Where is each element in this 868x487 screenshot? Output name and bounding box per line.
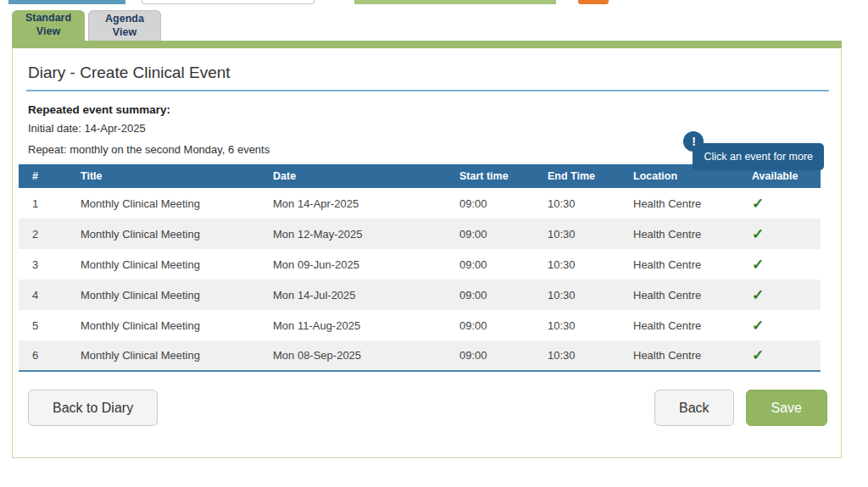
cell-available: ✓ (738, 279, 821, 310)
event-row-3[interactable]: 3 Monthly Clinical Meeting Mon 09-Jun-20… (19, 249, 821, 279)
cell-title: Monthly Clinical Meeting (67, 249, 259, 279)
cell-num: 2 (19, 219, 67, 249)
cell-start-time: 09:00 (446, 249, 534, 279)
cell-available: ✓ (738, 340, 821, 371)
cell-date: Mon 08-Sep-2025 (259, 340, 446, 371)
header-start-time: Start time (446, 164, 534, 188)
event-row-5[interactable]: 5 Monthly Clinical Meeting Mon 11-Aug-20… (19, 310, 821, 340)
tab-standard-view-label: Standard View (21, 12, 75, 38)
cell-title: Monthly Clinical Meeting (67, 188, 259, 219)
cell-location: Health Centre (620, 188, 738, 219)
cell-title: Monthly Clinical Meeting (67, 279, 259, 310)
page-title: Diary - Create Clinical Event (26, 64, 829, 91)
header-date: Date (259, 164, 446, 188)
event-row-4[interactable]: 4 Monthly Clinical Meeting Mon 14-Jul-20… (19, 279, 821, 310)
main-panel: Diary - Create Clinical Event Repeated e… (12, 48, 842, 458)
cell-location: Health Centre (620, 219, 738, 249)
cell-end-time: 10:30 (534, 249, 620, 279)
event-row-2[interactable]: 2 Monthly Clinical Meeting Mon 12-May-20… (19, 219, 821, 249)
cell-title: Monthly Clinical Meeting (67, 340, 259, 371)
event-hint-callout: ! Click an event for more (693, 143, 824, 170)
cell-date: Mon 14-Apr-2025 (259, 188, 446, 219)
cell-available: ✓ (738, 188, 821, 219)
cell-end-time: 10:30 (534, 310, 620, 340)
cell-location: Health Centre (620, 249, 738, 279)
footer-button-bar: Back to Diary Back Save (26, 390, 829, 426)
cell-start-time: 09:00 (446, 219, 534, 249)
cell-location: Health Centre (620, 279, 738, 310)
header-end-time: End Time (534, 164, 620, 188)
top-cropped-orange-button[interactable] (578, 0, 609, 4)
cell-end-time: 10:30 (534, 188, 620, 219)
tab-agenda-view[interactable]: Agenda View (88, 10, 161, 41)
back-button[interactable]: Back (654, 390, 734, 426)
check-icon: ✓ (752, 226, 764, 242)
cell-end-time: 10:30 (534, 219, 620, 249)
cell-date: Mon 14-Jul-2025 (259, 279, 446, 310)
top-cropped-input-field[interactable] (142, 0, 314, 4)
cell-num: 5 (19, 310, 67, 340)
cell-end-time: 10:30 (534, 340, 620, 371)
event-row-1[interactable]: 1 Monthly Clinical Meeting Mon 14-Apr-20… (19, 188, 821, 219)
check-icon: ✓ (752, 318, 764, 334)
cell-available: ✓ (738, 219, 821, 249)
top-cropped-green-button[interactable] (354, 0, 556, 4)
summary-heading: Repeated event summary: (28, 103, 829, 116)
cell-available: ✓ (738, 249, 821, 279)
view-tabs: Standard View Agenda View (12, 10, 161, 41)
cell-date: Mon 12-May-2025 (259, 219, 446, 249)
cell-start-time: 09:00 (446, 188, 534, 219)
cell-start-time: 09:00 (446, 310, 534, 340)
cell-available: ✓ (738, 310, 821, 340)
check-icon: ✓ (752, 196, 764, 212)
cell-date: Mon 11-Aug-2025 (259, 310, 446, 340)
summary-initial-date: Initial date: 14-Apr-2025 (28, 122, 829, 135)
cell-location: Health Centre (620, 340, 738, 371)
cell-title: Monthly Clinical Meeting (67, 219, 259, 249)
cell-title: Monthly Clinical Meeting (67, 310, 259, 340)
cell-num: 1 (19, 188, 67, 219)
check-icon: ✓ (752, 287, 764, 303)
tab-bar-divider (12, 41, 842, 48)
header-title: Title (67, 164, 259, 188)
cell-start-time: 09:00 (446, 279, 534, 310)
cell-end-time: 10:30 (534, 279, 620, 310)
cell-num: 4 (19, 279, 67, 310)
header-number: # (19, 164, 67, 188)
diary-create-event-page: Standard View Agenda View Diary - Create… (0, 0, 868, 487)
tab-standard-view[interactable]: Standard View (12, 10, 85, 41)
cell-num: 3 (19, 249, 67, 279)
repeated-events-table: # Title Date Start time End Time Locatio… (19, 164, 821, 372)
cell-date: Mon 09-Jun-2025 (259, 249, 446, 279)
check-icon: ✓ (752, 257, 764, 273)
check-icon: ✓ (752, 347, 764, 363)
event-hint-label: Click an event for more (693, 143, 824, 170)
back-to-diary-button[interactable]: Back to Diary (28, 390, 158, 426)
save-button[interactable]: Save (746, 390, 827, 426)
cell-num: 6 (19, 340, 67, 371)
event-row-6[interactable]: 6 Monthly Clinical Meeting Mon 08-Sep-20… (19, 340, 821, 371)
top-cropped-blue-tab (8, 0, 125, 4)
cell-location: Health Centre (620, 310, 738, 340)
tab-agenda-view-label: Agenda View (97, 13, 152, 39)
cell-start-time: 09:00 (446, 340, 534, 371)
